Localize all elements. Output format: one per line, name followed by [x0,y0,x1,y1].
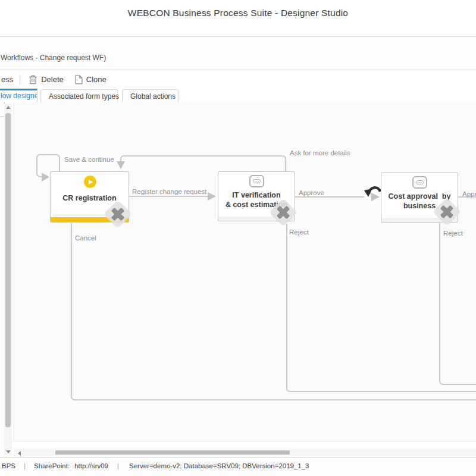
transition-label-reject-business[interactable]: Reject [443,230,463,237]
delete-button-label: Delete [41,75,64,84]
start-play-icon [84,176,96,188]
tab-label: Associated form types [49,92,119,101]
clone-button-label: Clone [86,75,107,84]
toolbar: ess Delete Clone [0,70,476,89]
status-sharepoint-url: http://srv09 [74,462,108,469]
status-bar: BPS | SharePoint: http://srv09 | Server=… [0,457,476,476]
status-separator: | [117,462,119,469]
window-title: WEBCON Business Process Suite - Designer… [0,0,476,18]
transition-label-approve-it[interactable]: Approve [299,189,324,196]
scroll-up-icon[interactable] [4,104,12,111]
tab-label: low designer [1,92,37,100]
scroll-left-icon[interactable] [15,449,23,457]
canvas-bottom-divider [14,441,476,441]
status-server-info: Server=demo-v2; Database=SRV09; DBVersio… [129,462,309,469]
transition-label-approve-business[interactable]: Approve [462,190,476,198]
scroll-down-icon[interactable] [4,448,12,456]
vertical-scrollbar-thumb[interactable] [5,113,11,427]
breadcrumb: Workflows - Change request WF) [1,54,106,62]
tab-associated-form-types[interactable]: Associated form types [40,89,118,102]
horizontal-scrollbar-thumb[interactable] [55,450,290,455]
clone-button[interactable]: Clone [72,73,109,86]
tab-label: Global actions [130,92,176,101]
status-db-name: BPS [2,462,15,469]
transition-label-ask-details[interactable]: Ask for more details [290,149,350,156]
tab-bar: low designer Associated form types Globa… [0,89,476,102]
transition-label-register[interactable]: Register change request [132,188,206,195]
toolbar-truncated-item[interactable]: ess [1,75,13,84]
intermediate-step-icon [249,175,264,187]
designer-studio-window: { "window": { "title": "WEBCON Business … [0,0,476,476]
tab-workflow-designer[interactable]: low designer [0,89,37,102]
clone-document-icon [75,75,83,84]
transition-label-cancel[interactable]: Cancel [75,234,96,242]
title-bar: WEBCON Business Process Suite - Designer… [0,0,476,37]
status-separator: | [24,462,26,469]
delete-button[interactable]: Delete [26,73,67,86]
delete-trash-icon [29,75,37,84]
breadcrumb-bar: Workflows - Change request WF) [0,37,476,70]
tab-global-actions[interactable]: Global actions [122,89,178,102]
transition-label-save-continue[interactable]: Save & continue [64,156,114,163]
workflow-canvas[interactable] [14,102,476,441]
intermediate-step-icon [412,176,427,189]
status-sharepoint-label: SharePoint: [34,462,70,469]
transition-label-reject-it[interactable]: Reject [289,228,309,236]
toolbar-separator [20,75,20,84]
